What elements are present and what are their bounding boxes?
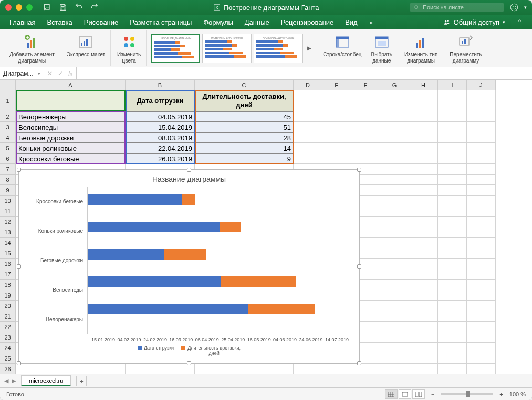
tab-nav-prev-icon[interactable]: ◀: [4, 377, 8, 384]
cell[interactable]: [380, 343, 409, 353]
save-icon[interactable]: [59, 3, 67, 12]
menu-page-layout[interactable]: Разметка страницы: [130, 18, 192, 26]
cell[interactable]: [409, 153, 438, 164]
cell[interactable]: [16, 364, 126, 374]
cell[interactable]: [380, 269, 409, 280]
cell[interactable]: [467, 175, 496, 185]
cell[interactable]: [467, 238, 496, 248]
menu-more-icon[interactable]: »: [369, 18, 373, 26]
cell[interactable]: [409, 353, 438, 364]
chart-bar[interactable]: [88, 304, 315, 314]
cell[interactable]: [380, 290, 409, 301]
cell[interactable]: [351, 90, 380, 111]
cell[interactable]: [467, 280, 496, 290]
cell[interactable]: [467, 196, 496, 206]
cell[interactable]: [380, 122, 409, 132]
cell[interactable]: [438, 311, 467, 322]
zoom-in-button[interactable]: +: [499, 391, 503, 397]
cell[interactable]: [409, 248, 438, 259]
row-header[interactable]: 6: [0, 153, 16, 164]
cell[interactable]: [351, 132, 380, 143]
chevron-down-icon[interactable]: ▾: [524, 5, 527, 10]
select-data-button[interactable]: Выбрать данные: [369, 33, 394, 65]
menu-insert[interactable]: Вставка: [47, 18, 72, 26]
cell[interactable]: [380, 322, 409, 332]
chart-bar[interactable]: [88, 194, 195, 205]
cell[interactable]: [467, 111, 496, 122]
cell[interactable]: [409, 322, 438, 332]
cell[interactable]: [438, 248, 467, 259]
cell[interactable]: [380, 332, 409, 343]
cell[interactable]: [322, 364, 351, 374]
cell[interactable]: [438, 122, 467, 132]
cell[interactable]: [351, 111, 380, 122]
cell[interactable]: [467, 311, 496, 322]
row-header[interactable]: 15: [0, 248, 16, 259]
change-chart-type-button[interactable]: Изменить тип диаграммы: [402, 33, 440, 65]
cell[interactable]: [380, 364, 409, 374]
cell[interactable]: [409, 332, 438, 343]
name-box[interactable]: Диаграм...▾: [0, 67, 44, 79]
cell[interactable]: [380, 111, 409, 122]
cell[interactable]: [380, 227, 409, 238]
chart-legend[interactable]: Дата отгрузки Длительность доставки, дне…: [19, 342, 359, 359]
cell[interactable]: [409, 132, 438, 143]
autosave-icon[interactable]: [43, 3, 51, 12]
cell[interactable]: [380, 196, 409, 206]
confirm-formula-icon[interactable]: ✓: [58, 70, 63, 77]
cell[interactable]: [409, 217, 438, 227]
cell[interactable]: 26.03.2019: [126, 153, 195, 164]
cell[interactable]: [467, 364, 496, 374]
row-header[interactable]: 25: [0, 353, 16, 364]
cell[interactable]: [438, 269, 467, 280]
cell[interactable]: [467, 206, 496, 217]
add-chart-element-button[interactable]: Добавить элемент диаграммы: [7, 33, 57, 65]
row-header[interactable]: 1: [0, 90, 16, 111]
row-header[interactable]: 20: [0, 301, 16, 311]
tab-nav-next-icon[interactable]: ▶: [12, 377, 16, 384]
zoom-slider[interactable]: [441, 393, 493, 395]
row-header[interactable]: 23: [0, 332, 16, 343]
column-header[interactable]: I: [438, 80, 467, 90]
row-header[interactable]: 3: [0, 122, 16, 132]
undo-icon[interactable]: [75, 3, 83, 12]
column-header[interactable]: F: [351, 80, 380, 90]
row-header[interactable]: 7: [0, 164, 16, 175]
cell[interactable]: [409, 364, 438, 374]
cell[interactable]: [438, 153, 467, 164]
search-box[interactable]: Поиск на листе: [410, 3, 504, 12]
cell[interactable]: [380, 217, 409, 227]
row-header[interactable]: 17: [0, 269, 16, 280]
column-header[interactable]: G: [380, 80, 409, 90]
cell[interactable]: [294, 364, 322, 374]
cell[interactable]: [380, 301, 409, 311]
cell[interactable]: [409, 311, 438, 322]
column-header[interactable]: H: [409, 80, 438, 90]
cell[interactable]: [380, 311, 409, 322]
cell[interactable]: [322, 90, 351, 111]
cell[interactable]: Кроссовки беговые: [16, 153, 126, 164]
cell[interactable]: [322, 143, 351, 153]
feedback-icon[interactable]: [509, 3, 519, 12]
fx-icon[interactable]: fx: [68, 70, 73, 77]
cell[interactable]: [438, 227, 467, 238]
column-header[interactable]: C: [195, 80, 294, 90]
cell[interactable]: [438, 322, 467, 332]
cell[interactable]: [294, 132, 322, 143]
cell[interactable]: [467, 164, 496, 175]
row-header[interactable]: 24: [0, 343, 16, 353]
cell[interactable]: 08.03.2019: [126, 132, 195, 143]
cell[interactable]: [438, 364, 467, 374]
cell[interactable]: [409, 343, 438, 353]
cell[interactable]: 15.04.2019: [126, 122, 195, 132]
cell[interactable]: [467, 185, 496, 196]
row-header[interactable]: 12: [0, 217, 16, 227]
quick-layout-button[interactable]: Экспресс-макет: [65, 33, 107, 59]
cell[interactable]: [467, 353, 496, 364]
cell[interactable]: [409, 143, 438, 153]
cell[interactable]: [409, 175, 438, 185]
cell[interactable]: [467, 132, 496, 143]
menu-view[interactable]: Вид: [345, 18, 358, 26]
cell[interactable]: [380, 185, 409, 196]
cell[interactable]: [294, 111, 322, 122]
